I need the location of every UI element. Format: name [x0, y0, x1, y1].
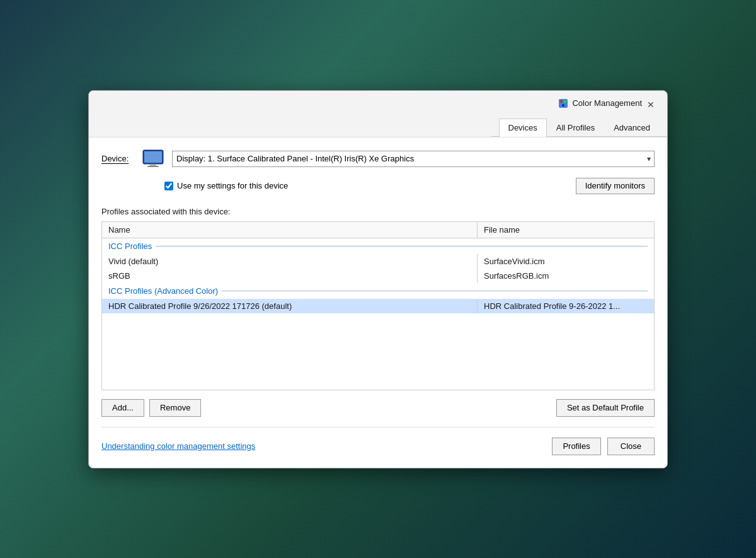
footer-row: Understanding color management settings …	[101, 438, 655, 455]
checkbox-row: Use my settings for this device Identify…	[101, 178, 655, 194]
table-header: Name File name	[102, 222, 654, 238]
profiles-section-label: Profiles associated with this device:	[101, 207, 655, 216]
row2-filename: SurfacesRGB.icm	[478, 269, 654, 283]
profiles-table: Name File name ICC Profiles Vivid (defau…	[101, 221, 655, 390]
remove-button[interactable]: Remove	[149, 399, 201, 417]
svg-point-2	[564, 100, 566, 103]
title-bar: Color Management ✕ Devices All Profiles …	[89, 91, 667, 137]
svg-point-1	[560, 100, 563, 103]
row3-name: HDR Calibrated Profile 9/26/2022 171726 …	[102, 299, 478, 313]
title-bar-left: Color Management	[558, 98, 642, 113]
group-icc-profiles: ICC Profiles	[102, 238, 654, 254]
device-select-wrapper: Display: 1. Surface Calibrated Panel - I…	[172, 151, 655, 167]
close-window-button[interactable]: ✕	[642, 96, 660, 113]
color-management-dialog: Color Management ✕ Devices All Profiles …	[88, 90, 668, 468]
profiles-button[interactable]: Profiles	[552, 438, 600, 455]
table-body: ICC Profiles Vivid (default) SurfaceVivi…	[102, 238, 654, 390]
col-name-header: Name	[102, 222, 478, 238]
tab-all-profiles[interactable]: All Profiles	[547, 119, 604, 137]
device-label: Device:	[101, 154, 134, 163]
col-filename-header: File name	[478, 222, 654, 238]
use-settings-checkbox[interactable]	[164, 182, 173, 190]
group-icc-profiles-advanced: ICC Profiles (Advanced Color)	[102, 283, 654, 299]
svg-point-3	[562, 104, 564, 107]
table-row[interactable]: HDR Calibrated Profile 9/26/2022 171726 …	[102, 299, 654, 313]
table-row[interactable]: sRGB SurfacesRGB.icm	[102, 269, 654, 283]
monitor-icon	[142, 149, 164, 169]
device-row: Device: Display: 1. Surface Calibrated P…	[101, 149, 655, 169]
svg-rect-6	[150, 164, 156, 166]
main-content: Device: Display: 1. Surface Calibrated P…	[89, 137, 667, 468]
window-title: Color Management	[572, 98, 642, 108]
tab-bar: Devices All Profiles Advanced	[491, 119, 668, 137]
footer-buttons: Profiles Close	[552, 438, 655, 455]
group-header-line	[156, 246, 648, 247]
add-button[interactable]: Add...	[101, 399, 144, 417]
row1-filename: SurfaceVivid.icm	[478, 254, 654, 269]
tab-advanced[interactable]: Advanced	[604, 119, 660, 137]
bottom-buttons: Add... Remove Set as Default Profile	[101, 399, 655, 417]
divider	[101, 427, 655, 427]
help-link[interactable]: Understanding color management settings	[101, 441, 255, 451]
row3-filename: HDR Calibrated Profile 9-26-2022 1...	[478, 299, 654, 313]
row1-name: Vivid (default)	[102, 254, 478, 269]
row2-name: sRGB	[102, 269, 478, 283]
close-dialog-button[interactable]: Close	[607, 438, 655, 455]
svg-rect-7	[147, 166, 159, 167]
tab-devices[interactable]: Devices	[499, 119, 547, 137]
device-select[interactable]: Display: 1. Surface Calibrated Panel - I…	[172, 151, 655, 167]
table-row[interactable]: Vivid (default) SurfaceVivid.icm	[102, 254, 654, 269]
color-management-icon	[558, 98, 568, 108]
identify-monitors-button[interactable]: Identify monitors	[576, 178, 655, 194]
svg-rect-5	[144, 151, 162, 163]
group-header-line-2	[222, 291, 648, 291]
use-settings-label[interactable]: Use my settings for this device	[164, 181, 288, 190]
set-default-button[interactable]: Set as Default Profile	[556, 399, 655, 417]
